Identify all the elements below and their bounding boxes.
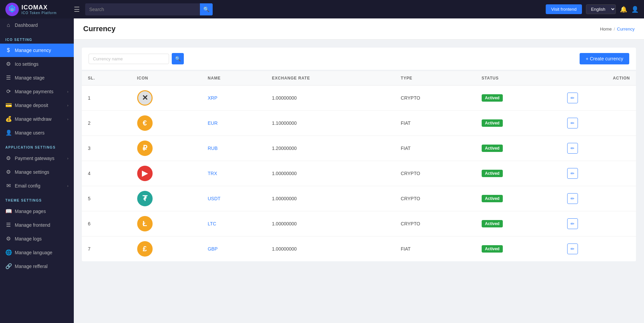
table-row: 5 ₮ USDT 1.00000000 CRYPTO Actived ✏	[82, 186, 636, 211]
sidebar-label-payment-gateways: Payment gateways	[15, 156, 54, 161]
page-title: Currency	[83, 24, 116, 33]
sidebar-label-manage-settings: Manage settings	[15, 169, 49, 175]
currency-icon: $	[5, 47, 11, 53]
topnav-right: Visit frontend English French Spanish 🔔 …	[546, 4, 639, 14]
sidebar-item-ico-settings[interactable]: ⚙ Ico settings	[0, 57, 74, 71]
app-name: ICOMAX	[21, 4, 57, 11]
edit-button[interactable]: ✏	[567, 168, 578, 179]
col-status: STATUS	[476, 71, 561, 86]
sidebar-item-manage-settings[interactable]: ⚙ Manage settings	[0, 165, 74, 179]
sidebar-item-manage-users[interactable]: 👤 Manage users	[0, 126, 74, 140]
notifications-icon[interactable]: 🔔	[620, 6, 627, 13]
sidebar-item-manage-withdraw[interactable]: 💰 Manage withdraw ›	[0, 112, 74, 126]
main-content: Currency Home / Currency 🔍 + Create curr…	[74, 18, 644, 323]
ico-section-label: ICO SETTING	[0, 32, 74, 44]
coin-icon: €	[137, 115, 153, 131]
currency-search-input[interactable]	[89, 54, 169, 64]
cell-type: FIAT	[395, 111, 476, 136]
search-input[interactable]	[85, 7, 200, 12]
cell-status: Actived	[476, 136, 561, 161]
create-currency-button[interactable]: + Create currency	[580, 53, 629, 64]
sidebar-item-manage-refferal[interactable]: 🔗 Manage refferal	[0, 259, 74, 273]
table-search: 🔍	[89, 53, 184, 64]
sidebar-item-manage-payments[interactable]: ⟳ Manage payments ›	[0, 85, 74, 98]
table-row: 4 ▶ TRX 1.00000000 CRYPTO Actived ✏	[82, 161, 636, 186]
sidebar-item-dashboard[interactable]: ⌂ Dashboard	[0, 18, 74, 32]
edit-button[interactable]: ✏	[567, 218, 578, 229]
cell-type: CRYPTO	[395, 161, 476, 186]
language-icon: 🌐	[5, 249, 11, 256]
edit-button[interactable]: ✏	[567, 118, 578, 128]
cell-icon: €	[131, 111, 202, 136]
cell-icon: ✕	[131, 86, 202, 111]
cell-name: GBP	[202, 236, 266, 262]
ico-settings-icon: ⚙	[5, 61, 11, 67]
col-exchange-rate: EXCHANGE RATE	[266, 71, 395, 86]
visit-frontend-button[interactable]: Visit frontend	[546, 4, 582, 14]
logs-icon: ⚙	[5, 235, 11, 242]
cell-name: XRP	[202, 86, 266, 111]
sidebar-item-manage-language[interactable]: 🌐 Manage language	[0, 246, 74, 259]
table-row: 1 ✕ XRP 1.00000000 CRYPTO Actived ✏	[82, 86, 636, 111]
cell-sl: 3	[82, 136, 131, 161]
chevron-right-icon: ›	[67, 90, 68, 94]
cell-action: ✏	[561, 161, 636, 186]
cell-type: FIAT	[395, 236, 476, 262]
search-button[interactable]: 🔍	[200, 3, 213, 15]
edit-button[interactable]: ✏	[567, 93, 578, 103]
sidebar-label-manage-deposit: Manage deposit	[15, 103, 48, 108]
logo-text: ICOMAX ICO Token Platform	[21, 4, 57, 15]
logo: ICOMAX ICO Token Platform	[5, 3, 66, 16]
col-action: ACTION	[561, 71, 636, 86]
theme-section-label: THEME SETTINGS	[0, 193, 74, 204]
cell-action: ✏	[561, 186, 636, 211]
sidebar-item-manage-pages[interactable]: 📖 Manage pages	[0, 204, 74, 218]
breadcrumb-home[interactable]: Home	[600, 26, 612, 32]
user-icon[interactable]: 👤	[631, 6, 639, 13]
status-badge: Actived	[482, 220, 503, 227]
settings-icon: ⚙	[5, 169, 11, 175]
cell-type: CRYPTO	[395, 86, 476, 111]
edit-button[interactable]: ✏	[567, 244, 578, 254]
currency-table-element: SL. ICON NAME EXCHANGE RATE TYPE STATUS …	[82, 71, 636, 261]
sidebar-item-manage-deposit[interactable]: 💳 Manage deposit ›	[0, 98, 74, 112]
sidebar-label-manage-stage: Manage stage	[15, 75, 45, 80]
cell-status: Actived	[476, 186, 561, 211]
withdraw-icon: 💰	[5, 116, 11, 122]
sidebar-item-manage-currency[interactable]: $ Manage currency	[0, 44, 74, 57]
coin-icon: £	[137, 241, 153, 257]
cell-sl: 1	[82, 86, 131, 111]
hamburger-icon[interactable]: ☰	[74, 5, 80, 13]
edit-button[interactable]: ✏	[567, 143, 578, 154]
coin-icon: ₮	[137, 191, 153, 206]
sidebar-label-manage-pages: Manage pages	[15, 209, 46, 214]
status-badge: Actived	[482, 170, 503, 177]
coin-icon: ▶	[137, 166, 153, 181]
status-badge: Actived	[482, 245, 503, 253]
sidebar-item-payment-gateways[interactable]: ⚙ Payment gateways ›	[0, 151, 74, 165]
sidebar-item-email-config[interactable]: ✉ Email config ›	[0, 179, 74, 193]
cell-status: Actived	[476, 86, 561, 111]
cell-type: CRYPTO	[395, 211, 476, 236]
language-select[interactable]: English French Spanish	[586, 4, 616, 14]
layout: ⌂ Dashboard ICO SETTING $ Manage currenc…	[0, 18, 644, 323]
sidebar-item-manage-logs[interactable]: ⚙ Manage logs	[0, 232, 74, 246]
cell-sl: 4	[82, 161, 131, 186]
cell-icon: ₮	[131, 186, 202, 211]
breadcrumb-current: Currency	[617, 26, 635, 32]
cell-status: Actived	[476, 161, 561, 186]
col-name: NAME	[202, 71, 266, 86]
table-row: 2 € EUR 1.10000000 FIAT Actived ✏	[82, 111, 636, 136]
currency-search-button[interactable]: 🔍	[172, 53, 184, 64]
gateways-icon: ⚙	[5, 155, 11, 161]
deposit-icon: 💳	[5, 102, 11, 108]
status-badge: Actived	[482, 145, 503, 152]
table-toolbar: 🔍 + Create currency	[82, 48, 636, 70]
cell-action: ✏	[561, 236, 636, 262]
status-badge: Actived	[482, 195, 503, 202]
dashboard-icon: ⌂	[5, 22, 11, 28]
sidebar-item-manage-frontend[interactable]: ☰ Manage frontend	[0, 218, 74, 232]
sidebar-item-manage-stage[interactable]: ☰ Manage stage	[0, 71, 74, 85]
cell-exchange-rate: 1.20000000	[266, 136, 395, 161]
edit-button[interactable]: ✏	[567, 193, 578, 204]
